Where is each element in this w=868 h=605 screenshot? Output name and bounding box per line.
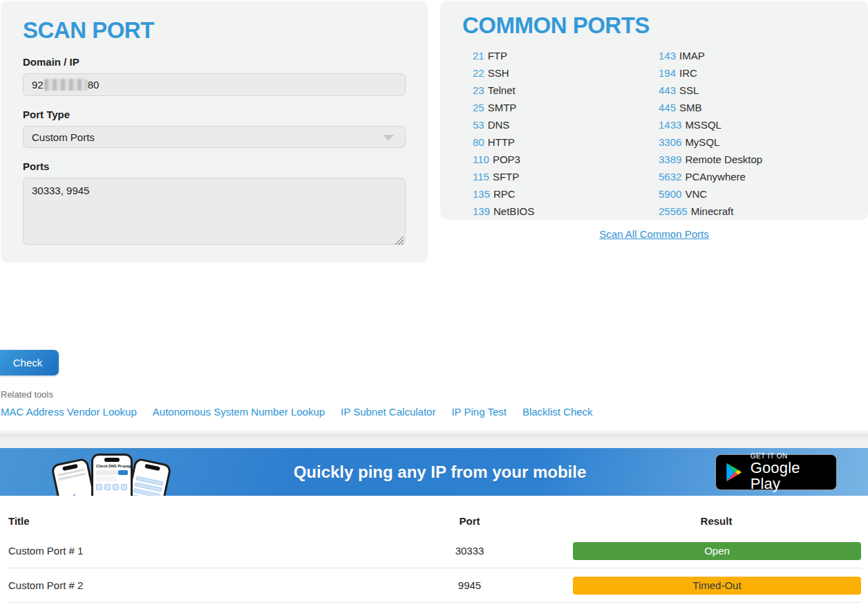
port-number-link[interactable]: 23 [473, 84, 484, 96]
google-play-badge[interactable]: GET IT ON Google Play [715, 454, 837, 490]
common-port-item: 80HTTP [473, 133, 659, 151]
related-tool-link[interactable]: Blacklist Check [522, 406, 593, 418]
scan-port-panel: SCAN PORT Domain / IP 92 80 Port Type Cu… [1, 1, 428, 263]
common-port-item: 443SSL [659, 82, 845, 99]
common-port-item: 23Telnet [473, 82, 659, 99]
phone-notch [104, 458, 120, 462]
phone-button [118, 470, 128, 475]
port-number-link[interactable]: 115 [473, 171, 489, 183]
common-port-item: 5632PCAnywhere [659, 168, 845, 185]
common-port-item: 3389Remote Desktop [659, 151, 845, 168]
domain-ip-label: Domain / IP [23, 56, 406, 68]
domain-ip-value-start: 92 [32, 79, 44, 91]
common-port-item: 25SMTP [473, 99, 659, 116]
section-divider [0, 429, 868, 448]
port-number-link[interactable]: 25565 [659, 205, 688, 217]
phone-screen-lines [55, 468, 88, 481]
status-badge: Timed-Out [573, 577, 861, 595]
common-port-item: 445SMB [659, 99, 845, 116]
port-name-label: VNC [685, 188, 707, 200]
chevron-down-icon [383, 135, 394, 141]
port-name-label: NetBIOS [493, 205, 534, 217]
common-port-item: 5900VNC [659, 185, 845, 203]
results-header-result: Result [544, 515, 861, 527]
results-header-port: Port [395, 515, 544, 527]
common-port-item: 22SSH [473, 64, 659, 82]
phone-row [96, 476, 117, 481]
port-number-link[interactable]: 143 [659, 50, 676, 62]
common-port-item: 115SFTP [473, 168, 659, 185]
related-tool-link[interactable]: IP Subnet Calculator [341, 406, 435, 418]
port-number-link[interactable]: 25 [473, 102, 484, 113]
phone-mockup-center: Check DNS Propagation [91, 454, 133, 496]
common-ports-left-column: 21FTP22SSH23Telnet25SMTP53DNS80HTTP110PO… [473, 47, 659, 220]
port-number-link[interactable]: 21 [473, 50, 484, 62]
ports-textarea[interactable]: 30333, 9945 [23, 178, 406, 245]
common-ports-title: COMMON PORTS [462, 12, 846, 39]
related-tool-link[interactable]: Autonomous System Number Lookup [153, 406, 325, 418]
port-name-label: FTP [488, 50, 507, 62]
port-name-label: MySQL [685, 136, 719, 148]
common-port-item: 194IRC [659, 64, 845, 82]
port-name-label: HTTP [488, 136, 515, 148]
port-number-link[interactable]: 110 [473, 153, 489, 165]
port-number-link[interactable]: 5632 [659, 171, 681, 183]
domain-ip-value-end: 80 [88, 79, 100, 91]
status-badge: Open [573, 542, 861, 560]
port-number-link[interactable]: 3389 [659, 153, 681, 165]
scan-all-common-ports-link[interactable]: Scan All Common Ports [599, 228, 708, 240]
port-name-label: IMAP [679, 50, 705, 62]
check-button[interactable]: Check [0, 350, 59, 375]
common-ports-columns: 21FTP22SSH23Telnet25SMTP53DNS80HTTP110PO… [462, 47, 846, 220]
common-port-item: 25565Minecraft [659, 203, 845, 220]
phones-illustration: Check DNS Propagation [55, 452, 169, 496]
phone-tool-grid [96, 484, 128, 490]
port-name-label: SSL [679, 84, 699, 96]
domain-ip-input[interactable]: 92 80 [23, 73, 406, 96]
port-number-link[interactable]: 5900 [659, 188, 681, 200]
domain-ip-masked-segment [44, 79, 87, 91]
port-number-link[interactable]: 80 [473, 136, 484, 148]
common-port-item: 135RPC [473, 185, 659, 203]
port-number-link[interactable]: 139 [473, 205, 490, 217]
port-scan-page: SCAN PORT Domain / IP 92 80 Port Type Cu… [0, 0, 868, 605]
phone-input-row [96, 470, 128, 475]
table-row: Custom Port # 130333Open [8, 534, 861, 568]
row-title: Custom Port # 1 [8, 545, 395, 557]
port-name-label: Remote Desktop [685, 153, 762, 165]
port-number-link[interactable]: 194 [659, 67, 676, 79]
common-port-item: 143IMAP [659, 47, 845, 64]
port-number-link[interactable]: 135 [473, 188, 490, 200]
common-port-item: 3306MySQL [659, 133, 845, 151]
common-ports-panel: COMMON PORTS 21FTP22SSH23Telnet25SMTP53D… [440, 1, 868, 220]
port-number-link[interactable]: 53 [473, 119, 484, 131]
port-type-select[interactable]: Custom Ports [23, 126, 406, 148]
port-number-link[interactable]: 3306 [659, 136, 681, 148]
common-port-item: 1433MSSQL [659, 116, 845, 133]
port-number-link[interactable]: 443 [659, 84, 676, 96]
port-name-label: SMTP [488, 102, 517, 113]
port-name-label: SSH [488, 67, 509, 79]
phone-screen-title: Check DNS Propagation [93, 463, 131, 469]
common-ports-right-column: 143IMAP194IRC443SSL445SMB1433MSSQL3306My… [659, 47, 845, 220]
port-name-label: DNS [488, 119, 510, 131]
common-port-item: 139NetBIOS [473, 203, 659, 220]
related-tool-link[interactable]: MAC Address Vendor Lookup [1, 406, 137, 418]
port-name-label: IRC [679, 67, 697, 79]
google-play-icon [724, 460, 744, 484]
port-type-selected-value: Custom Ports [32, 131, 95, 143]
related-tool-link[interactable]: IP Ping Test [451, 406, 507, 418]
port-number-link[interactable]: 445 [659, 102, 676, 113]
ping-chart-bars [62, 489, 93, 496]
row-title: Custom Port # 2 [8, 579, 395, 591]
port-name-label: SMB [679, 102, 702, 113]
port-number-link[interactable]: 22 [473, 67, 484, 79]
port-name-label: POP3 [493, 153, 520, 165]
common-port-item: 21FTP [473, 47, 659, 64]
row-port: 30333 [395, 545, 544, 557]
port-number-link[interactable]: 1433 [659, 119, 681, 131]
common-port-item: 110POP3 [473, 151, 659, 168]
row-port: 9945 [395, 579, 544, 591]
port-type-label: Port Type [23, 109, 406, 120]
port-name-label: MSSQL [685, 119, 721, 131]
